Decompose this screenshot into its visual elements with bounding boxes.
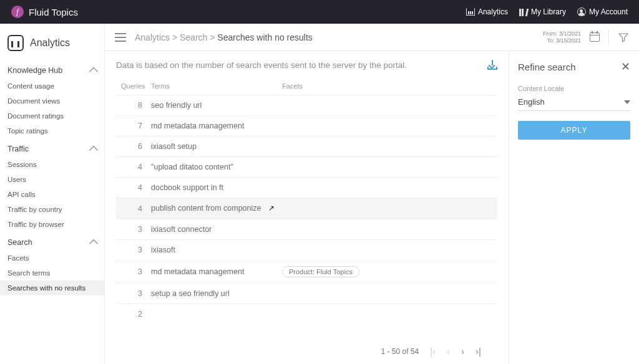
breadcrumb-analytics[interactable]: Analytics [135,32,170,42]
sidebar-section-label: Traffic [7,145,29,153]
close-icon[interactable]: ✕ [621,61,630,72]
cell-terms: docbook support in ft [151,183,282,192]
table-row[interactable]: 7md metadata management [116,115,497,136]
topbar-links: Analytics My Library My Account [466,7,628,16]
apply-button[interactable]: APPLY [518,121,630,140]
table-row[interactable]: 3md metadata managementProduct: Fluid To… [116,260,497,283]
dropdown-icon [624,100,630,104]
cell-facets: Product: Fluid Topics [282,266,492,277]
pager: 1 - 50 of 54 |‹ ‹ › ›| [116,340,497,360]
filter-icon[interactable] [618,32,629,43]
sidebar-section-knowledge-hub[interactable]: Knowledge Hub [0,60,104,79]
table-row[interactable]: 6ixiasoft setup [116,136,497,156]
cell-terms: seo friendly url [151,101,282,110]
table-row[interactable]: 2 [116,304,497,324]
cell-queries: 4 [121,204,151,213]
analytics-logo-icon [7,35,24,51]
topbar-link-label: My Account [589,7,628,16]
calendar-icon[interactable] [590,32,600,42]
sidebar-item-search-terms[interactable]: Search terms [0,266,104,280]
col-facets: Facets [282,82,492,90]
cell-terms: ixiasoft [151,246,282,254]
refine-panel: Refine search ✕ Content Locale English A… [509,51,639,364]
brand[interactable]: f Fluid Topics [11,6,78,18]
sidebar-item-traffic-by-country[interactable]: Traffic by country [0,202,104,217]
topbar: f Fluid Topics Analytics My Library My A… [0,0,639,24]
cell-queries: 3 [121,225,151,234]
table-row[interactable]: 4publish content from componize ↖ [116,198,497,219]
brand-logo-icon: f [11,6,24,18]
cell-terms: md metadata management [151,122,282,130]
sidebar-section-label: Search [7,238,32,247]
cell-queries: 6 [121,142,151,151]
breadcrumb-search[interactable]: Search [180,32,207,42]
table-row[interactable]: 3ixiasoft connector [116,219,497,239]
cell-terms: "upload ditatoo content" [151,163,282,171]
table-row[interactable]: 4docbook support in ft [116,177,497,198]
sidebar-item-searches-no-results[interactable]: Searches with no results [0,280,104,295]
sidebar-item-api-calls[interactable]: API calls [0,187,104,202]
cell-queries: 4 [121,183,151,192]
topbar-link-label: My Library [531,7,566,16]
table-header: Queries Terms Facets [116,70,497,95]
topbar-link-account[interactable]: My Account [577,7,628,16]
sidebar-section-label: Knowledge Hub [7,66,62,75]
sidebar-item-traffic-by-browser[interactable]: Traffic by browser [0,217,104,232]
breadcrumb-current: Searches with no results [217,32,313,42]
cell-queries: 7 [121,122,151,130]
chevron-up-icon [89,67,98,76]
sidebar-section-traffic[interactable]: Traffic [0,138,104,157]
sidebar-item-users[interactable]: Users [0,172,104,187]
table-body: 8seo friendly url7md metadata management… [116,95,497,340]
chevron-up-icon [89,146,98,155]
sidebar: Analytics Knowledge Hub Content usage Do… [0,24,105,364]
pager-last[interactable]: ›| [476,346,481,357]
content: Data is based on the number of search ev… [105,51,509,364]
pager-next[interactable]: › [461,346,464,357]
table-row[interactable]: 3ixiasoft [116,239,497,260]
main-header: Analytics > Search > Searches with no re… [105,24,639,51]
menu-icon[interactable] [115,33,126,42]
pager-prev[interactable]: ‹ [447,346,450,357]
date-range: From: 3/1/2021 To: 3/15/2021 [543,31,581,44]
cell-terms: publish content from componize ↖ [151,204,282,213]
topbar-link-label: Analytics [478,7,508,16]
sidebar-item-sessions[interactable]: Sessions [0,157,104,172]
topbar-link-library[interactable]: My Library [519,7,566,16]
cell-terms: ixiasoft connector [151,225,282,234]
table-row[interactable]: 8seo friendly url [116,95,497,115]
download-icon[interactable] [487,60,497,70]
sidebar-title: Analytics [30,37,70,49]
table-row[interactable]: 3setup a seo friendly url [116,283,497,304]
pager-first[interactable]: |‹ [430,346,436,357]
col-terms: Terms [151,82,282,90]
cell-queries: 3 [121,289,151,298]
sidebar-item-document-ratings[interactable]: Document ratings [0,108,104,123]
locale-value: English [518,97,545,107]
col-queries: Queries [121,82,151,90]
cell-queries: 3 [121,267,151,276]
table-row[interactable]: 4"upload ditatoo content" [116,156,497,177]
sidebar-item-content-usage[interactable]: Content usage [0,79,104,93]
facet-pill: Product: Fluid Topics [282,266,359,277]
sidebar-header: Analytics [0,31,104,60]
brand-name: Fluid Topics [29,7,78,17]
account-icon [577,7,586,16]
cell-terms: md metadata management [151,267,282,276]
sidebar-item-facets[interactable]: Facets [0,251,104,266]
sidebar-item-topic-ratings[interactable]: Topic ratings [0,123,104,138]
cell-terms: setup a seo friendly url [151,289,282,298]
chevron-up-icon [89,239,98,248]
pager-range: 1 - 50 of 54 [381,347,419,356]
refine-title: Refine search [518,62,576,72]
cell-queries: 2 [121,310,151,318]
sidebar-item-document-views[interactable]: Document views [0,93,104,108]
cell-queries: 3 [121,246,151,254]
cell-terms: ixiasoft setup [151,142,282,151]
sidebar-section-search[interactable]: Search [0,232,104,251]
locale-select[interactable]: English [518,95,630,111]
breadcrumb: Analytics > Search > Searches with no re… [135,32,313,42]
cell-queries: 8 [121,101,151,110]
library-icon [519,7,528,16]
topbar-link-analytics[interactable]: Analytics [466,7,508,16]
